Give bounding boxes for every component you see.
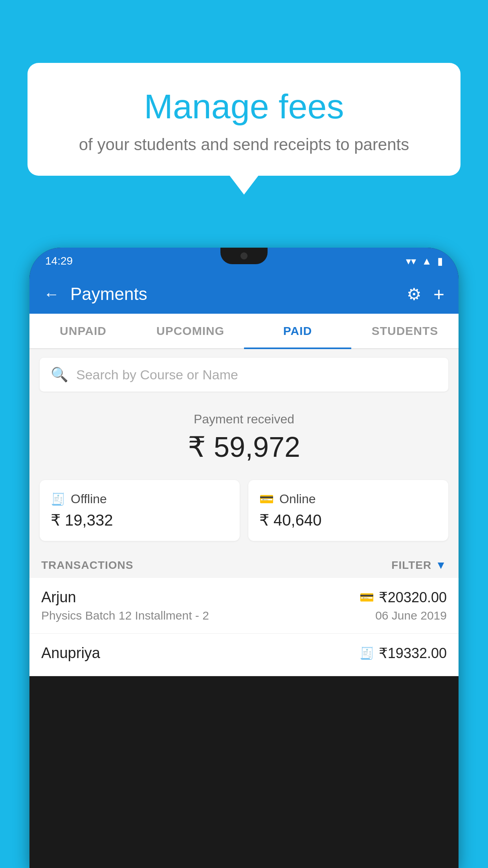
phone-frame: 14:29 ▾▾ ▲ ▮ ← Payments ⚙ + UNPAID UPCOM… xyxy=(29,248,459,868)
filter-label: FILTER xyxy=(391,559,431,572)
filter-button[interactable]: FILTER ▼ xyxy=(391,559,447,572)
wifi-icon: ▾▾ xyxy=(406,255,416,267)
course-info: Physics Batch 12 Installment - 2 xyxy=(41,609,209,622)
add-button[interactable]: + xyxy=(433,283,444,305)
tab-unpaid[interactable]: UNPAID xyxy=(29,314,137,348)
online-card: 💳 Online ₹ 40,640 xyxy=(248,480,448,541)
student-name: Anupriya xyxy=(41,645,100,662)
offline-tx-icon: 🧾 xyxy=(360,646,374,660)
online-label: Online xyxy=(279,492,316,506)
search-bar[interactable]: 🔍 Search by Course or Name xyxy=(40,358,448,392)
filter-icon: ▼ xyxy=(435,559,447,572)
bubble-subtitle: of your students and send receipts to pa… xyxy=(47,135,441,154)
search-input[interactable]: Search by Course or Name xyxy=(76,367,238,383)
phone-content: 🔍 Search by Course or Name Payment recei… xyxy=(29,349,459,676)
online-icon: 💳 xyxy=(259,492,274,506)
status-icons: ▾▾ ▲ ▮ xyxy=(406,255,443,267)
header-title: Payments xyxy=(70,284,407,304)
tx-amount: ₹19332.00 xyxy=(379,645,447,662)
online-amount: ₹ 40,640 xyxy=(259,511,437,529)
settings-button[interactable]: ⚙ xyxy=(407,285,422,304)
offline-amount: ₹ 19,332 xyxy=(51,511,229,529)
notch xyxy=(220,248,268,264)
offline-label: Offline xyxy=(71,492,107,506)
status-time: 14:29 xyxy=(45,255,73,267)
offline-card: 🧾 Offline ₹ 19,332 xyxy=(40,480,240,541)
tx-date: 06 June 2019 xyxy=(375,609,447,622)
payment-summary: Payment received ₹ 59,972 xyxy=(29,400,459,473)
camera xyxy=(240,252,248,259)
tab-upcoming[interactable]: UPCOMING xyxy=(137,314,244,348)
battery-icon: ▮ xyxy=(437,255,443,267)
search-icon: 🔍 xyxy=(51,366,68,383)
bubble-title: Manage fees xyxy=(47,86,441,127)
payment-received-label: Payment received xyxy=(29,412,459,427)
offline-icon: 🧾 xyxy=(51,492,65,506)
tabs-bar: UNPAID UPCOMING PAID STUDENTS xyxy=(29,314,459,349)
payment-cards: 🧾 Offline ₹ 19,332 💳 Online ₹ 40,640 xyxy=(29,473,459,551)
transaction-row: Arjun 💳 ₹20320.00 Physics Batch 12 Insta… xyxy=(29,578,459,634)
payment-total-amount: ₹ 59,972 xyxy=(29,430,459,463)
speech-bubble: Manage fees of your students and send re… xyxy=(28,63,460,176)
tab-students[interactable]: STUDENTS xyxy=(351,314,459,348)
transaction-row: Anupriya 🧾 ₹19332.00 xyxy=(29,634,459,676)
tab-paid[interactable]: PAID xyxy=(244,314,351,348)
tx-amount: ₹20320.00 xyxy=(379,589,447,606)
status-bar: 14:29 ▾▾ ▲ ▮ xyxy=(29,248,459,274)
back-button[interactable]: ← xyxy=(44,285,59,303)
student-name: Arjun xyxy=(41,589,76,606)
card-icon: 💳 xyxy=(360,590,374,604)
transactions-header: TRANSACTIONS FILTER ▼ xyxy=(29,551,459,578)
app-header: ← Payments ⚙ + xyxy=(29,274,459,314)
signal-icon: ▲ xyxy=(422,255,432,267)
transactions-label: TRANSACTIONS xyxy=(41,559,133,572)
